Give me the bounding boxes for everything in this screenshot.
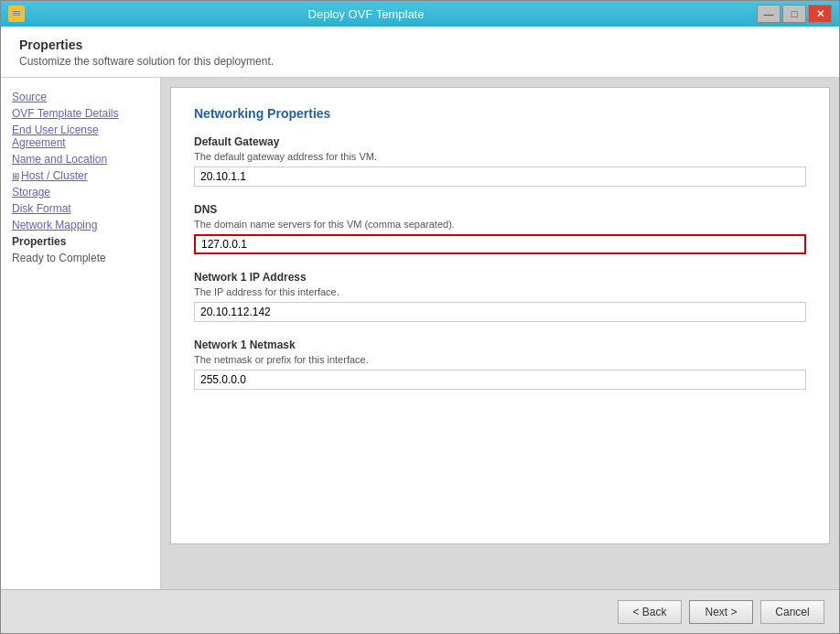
next-button[interactable]: Next >	[689, 600, 753, 624]
field-label-network1-netmask: Network 1 Netmask	[194, 338, 806, 351]
sidebar-item-storage[interactable]: Storage	[8, 184, 153, 200]
form-area: Networking Properties Default GatewayThe…	[161, 78, 839, 589]
minimize-button[interactable]: —	[757, 5, 781, 23]
app-icon	[8, 5, 25, 22]
sidebar-item-label-ovf-details: OVF Template Details	[12, 107, 119, 120]
header-subtitle: Customize the software solution for this…	[19, 55, 821, 68]
field-group-network1-ip: Network 1 IP AddressThe IP address for t…	[194, 271, 806, 322]
sidebar-item-label-source: Source	[12, 91, 47, 103]
sidebar-item-properties: Properties	[8, 233, 153, 250]
main-content: SourceOVF Template DetailsEnd User Licen…	[1, 78, 839, 589]
field-input-dns[interactable]	[194, 234, 806, 254]
field-desc-default-gateway: The default gateway address for this VM.	[194, 151, 806, 162]
sidebar-item-source[interactable]: Source	[8, 89, 153, 105]
sidebar-item-label-eula: End User License Agreement	[12, 124, 99, 149]
sidebar-item-eula[interactable]: End User License Agreement	[8, 122, 153, 151]
field-group-default-gateway: Default GatewayThe default gateway addre…	[194, 135, 806, 187]
sidebar-item-label-ready-to-complete: Ready to Complete	[12, 252, 106, 264]
field-label-dns: DNS	[194, 203, 806, 216]
footer: < Back Next > Cancel	[1, 589, 839, 633]
sidebar-item-label-storage: Storage	[12, 186, 50, 199]
field-label-network1-ip: Network 1 IP Address	[194, 271, 806, 284]
sidebar-item-name-location[interactable]: Name and Location	[8, 151, 153, 167]
field-label-default-gateway: Default Gateway	[194, 135, 806, 148]
sidebar-item-label-name-location: Name and Location	[12, 153, 107, 166]
svg-rect-1	[13, 13, 20, 14]
sidebar-item-host-cluster[interactable]: ⊞Host / Cluster	[8, 167, 153, 184]
svg-rect-2	[13, 15, 20, 16]
main-window: Deploy OVF Template — □ ✕ Properties Cus…	[0, 0, 840, 634]
title-bar: Deploy OVF Template — □ ✕	[1, 1, 839, 27]
field-group-network1-netmask: Network 1 NetmaskThe netmask or prefix f…	[194, 338, 806, 390]
sidebar-item-label-properties: Properties	[12, 235, 66, 248]
back-button[interactable]: < Back	[618, 600, 682, 624]
fields-container: Default GatewayThe default gateway addre…	[194, 135, 806, 390]
field-desc-network1-ip: The IP address for this interface.	[194, 286, 806, 297]
close-button[interactable]: ✕	[808, 5, 832, 23]
field-input-network1-netmask[interactable]	[194, 370, 806, 390]
window-title: Deploy OVF Template	[30, 7, 702, 21]
sidebar-item-label-host-cluster: Host / Cluster	[21, 169, 88, 182]
section-title: Networking Properties	[194, 106, 806, 121]
field-desc-network1-netmask: The netmask or prefix for this interface…	[194, 354, 806, 365]
sidebar-item-network-mapping[interactable]: Network Mapping	[8, 217, 153, 233]
form-panel: Networking Properties Default GatewayThe…	[170, 87, 830, 544]
window-controls: — □ ✕	[757, 5, 832, 23]
field-group-dns: DNSThe domain name servers for this VM (…	[194, 203, 806, 254]
sidebar-item-ready-to-complete: Ready to Complete	[8, 250, 153, 266]
sidebar-item-label-network-mapping: Network Mapping	[12, 219, 97, 231]
field-desc-dns: The domain name servers for this VM (com…	[194, 219, 806, 230]
field-input-network1-ip[interactable]	[194, 302, 806, 322]
svg-rect-3	[13, 11, 20, 12]
header-section: Properties Customize the software soluti…	[1, 27, 839, 78]
sidebar-item-label-disk-format: Disk Format	[12, 202, 71, 215]
expand-icon: ⊞	[12, 171, 19, 181]
header-title: Properties	[19, 38, 821, 52]
field-input-default-gateway[interactable]	[194, 167, 806, 187]
cancel-button[interactable]: Cancel	[760, 600, 824, 624]
maximize-button[interactable]: □	[782, 5, 806, 23]
sidebar-item-disk-format[interactable]: Disk Format	[8, 200, 153, 217]
sidebar-item-ovf-details[interactable]: OVF Template Details	[8, 105, 153, 122]
sidebar: SourceOVF Template DetailsEnd User Licen…	[1, 78, 161, 589]
